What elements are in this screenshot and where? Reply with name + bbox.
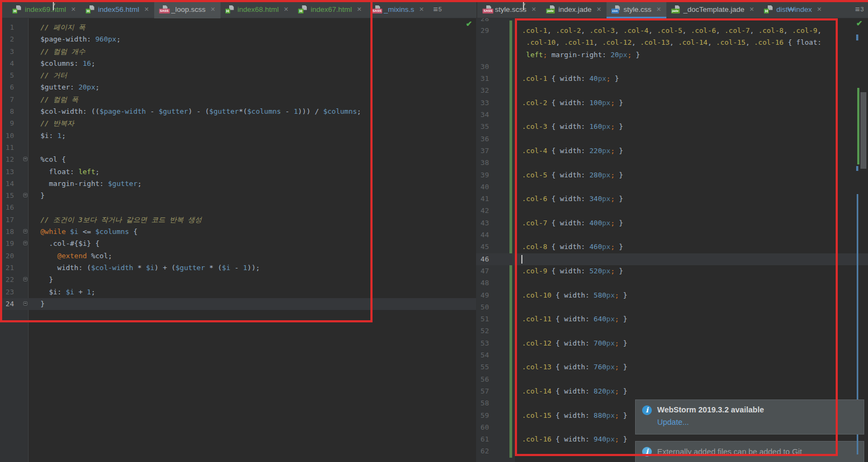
code-line[interactable]: 57.col-14 { width: 820px; } [476,385,868,397]
code-line[interactable]: 9// 반복자 [0,118,476,129]
code-line[interactable]: 51.col-11 { width: 640px; } [476,313,868,325]
right-editor-code[interactable]: 2829.col-1, .col-2, .col-3, .col-4, .col… [476,18,868,458]
close-tab-icon[interactable]: ✕ [596,6,601,13]
tab-_docTemplate.jade[interactable]: jade_docTemplate.jade✕ [666,0,760,18]
code-line[interactable]: 39.col-5 { width: 280px; } [476,169,868,181]
code-line[interactable]: 31.col-1 { width: 40px; } [476,73,868,85]
code-line[interactable]: 30 [476,61,868,73]
close-tab-icon[interactable]: ✕ [532,6,536,13]
code-line[interactable]: .col-10, .col-11, .col-12, .col-13, .col… [476,37,868,49]
code-line[interactable]: 42 [476,205,868,217]
code-line[interactable]: 38 [476,157,868,169]
code-line[interactable]: 2$page-width: 960px; [0,33,476,45]
code-line[interactable]: 16 [0,202,476,213]
code-line[interactable]: 15} [0,190,476,202]
code-line[interactable]: 12%col { [0,154,476,166]
close-tab-icon[interactable]: ✕ [144,6,149,13]
code-line[interactable]: 17// 조건이 3보다 작거나 같으면 코드 반복 생성 [0,214,476,226]
fold-marker-icon[interactable] [23,229,27,233]
code-line[interactable]: 14 margin-right: $gutter; [0,178,476,190]
code-line[interactable]: 46 [476,253,868,265]
hidden-tabs-dropdown[interactable]: ▾≡3 [851,0,868,18]
code-line[interactable]: 54 [476,349,868,361]
close-tab-icon[interactable]: ✕ [71,6,76,13]
tab-index67.html[interactable]: Hindex67.html✕ [293,0,367,18]
code-line[interactable]: 37.col-4 { width: 220px; } [476,145,868,157]
inspections-ok-icon[interactable]: ✔ [466,19,472,28]
close-tab-icon[interactable]: ✕ [419,6,424,13]
code-line[interactable]: 1// 페이지 폭 [0,22,476,33]
tab-index56.html[interactable]: Hindex56.html✕ [81,0,154,18]
fold-marker-icon[interactable] [23,277,27,281]
fold-marker-icon[interactable] [23,193,27,197]
code-line[interactable]: 7// 컬럼 폭 [0,94,476,106]
code-line[interactable]: 24} [0,298,476,310]
code-line[interactable]: 45.col-8 { width: 460px; } [476,241,868,253]
vertical-scrollbar-thumb[interactable] [860,92,866,169]
code-line[interactable]: 13 float: left; [0,166,476,178]
code-line[interactable]: 40 [476,181,868,193]
code-line[interactable]: 10$i: 1; [0,130,476,142]
code-line[interactable]: 53.col-12 { width: 700px; } [476,337,868,349]
code-line[interactable]: 43.col-7 { width: 400px; } [476,217,868,229]
code-line[interactable]: 29.col-1, .col-2, .col-3, .col-4, .col-5… [476,25,868,37]
code-line[interactable]: 52 [476,325,868,337]
tab-dist₩index[interactable]: Hdist₩index✕ [759,0,826,18]
fold-marker-icon[interactable] [23,241,27,245]
code-line[interactable]: 32 [476,85,868,96]
code-line[interactable]: 21 width: ($col-width * $i) + ($gutter *… [0,262,476,274]
info-icon: i [642,405,652,415]
code-line[interactable]: 36 [476,133,868,145]
fold-marker-icon[interactable] [23,301,27,306]
code-line[interactable]: left; margin-right: 20px; } [476,49,868,61]
close-tab-icon[interactable]: ✕ [357,6,362,13]
code-line[interactable]: 11 [0,142,476,154]
update-link[interactable]: Update... [657,418,764,426]
code-line[interactable]: 23 $i: $i + 1; [0,286,476,298]
css-editor-pane[interactable]: 2829.col-1, .col-2, .col-3, .col-4, .col… [476,18,868,462]
code-line[interactable]: 55.col-13 { width: 760px; } [476,361,868,373]
code-line[interactable]: 33.col-2 { width: 100px; } [476,97,868,109]
fold-marker-icon[interactable] [23,157,27,161]
code-line[interactable]: 50 [476,301,868,313]
tab-index69.html[interactable]: Hindex69.html✕ [8,0,81,18]
stripe-mark-blue[interactable] [856,166,858,171]
code-line[interactable]: 20 @extend %col; [0,250,476,262]
code-line[interactable]: 49.col-10 { width: 580px; } [476,289,868,301]
code-line[interactable]: 4$columns: 16; [0,58,476,70]
code-line[interactable]: 5// 거터 [0,70,476,81]
code-line[interactable]: 34 [476,109,868,121]
code-line[interactable]: 47.col-9 { width: 520px; } [476,265,868,277]
close-tab-icon[interactable]: ✕ [817,6,822,13]
left-editor-code[interactable]: 1// 페이지 폭2$page-width: 960px;3// 컬럼 개수4$… [0,18,476,310]
tab-index.jade[interactable]: jadeindex.jade✕ [541,0,607,18]
close-tab-icon[interactable]: ✕ [284,6,288,13]
close-tab-icon[interactable]: ✕ [656,6,661,13]
code-line[interactable]: 18@while $i <= $columns { [0,226,476,238]
code-line[interactable]: 22 } [0,274,476,286]
tab-_loop.scss[interactable]: SASS_loop.scss✕ [154,0,221,18]
code-line[interactable]: 8$col-width: (($page-width - $gutter) - … [0,106,476,118]
code-line[interactable]: 44 [476,229,868,241]
notification-git[interactable]: i Externally added files can be added to… [635,441,864,462]
annotation-box-left [0,320,373,322]
inspections-ok-icon[interactable]: ✔ [856,19,863,27]
stripe-mark-blue[interactable] [856,35,858,40]
tab-style.scss[interactable]: SASSstyle.scss✕ [478,0,541,18]
tab-_mixins.s[interactable]: SASS_mixins.s✕ [367,0,429,18]
tab-style.css[interactable]: cssstyle.css✕ [607,0,666,18]
stripe-mark-added[interactable] [857,88,859,164]
notification-update[interactable]: i WebStorm 2019.3.2 available Update... [635,399,864,435]
code-line[interactable]: 35.col-3 { width: 160px; } [476,121,868,133]
code-line[interactable]: 6$gutter: 20px; [0,81,476,93]
code-line[interactable]: 48 [476,277,868,289]
scss-editor-pane[interactable]: 1// 페이지 폭2$page-width: 960px;3// 컬럼 개수4$… [0,18,476,462]
code-line[interactable]: 56 [476,374,868,385]
close-tab-icon[interactable]: ✕ [749,6,754,13]
code-line[interactable]: 41.col-6 { width: 340px; } [476,193,868,205]
tab-index68.html[interactable]: Hindex68.html✕ [221,0,294,18]
close-tab-icon[interactable]: ✕ [210,6,215,13]
hidden-tabs-dropdown[interactable]: ▾≡5 [429,0,446,18]
code-line[interactable]: 19 .col-#{$i} { [0,238,476,250]
code-line[interactable]: 3// 컬럼 개수 [0,46,476,58]
